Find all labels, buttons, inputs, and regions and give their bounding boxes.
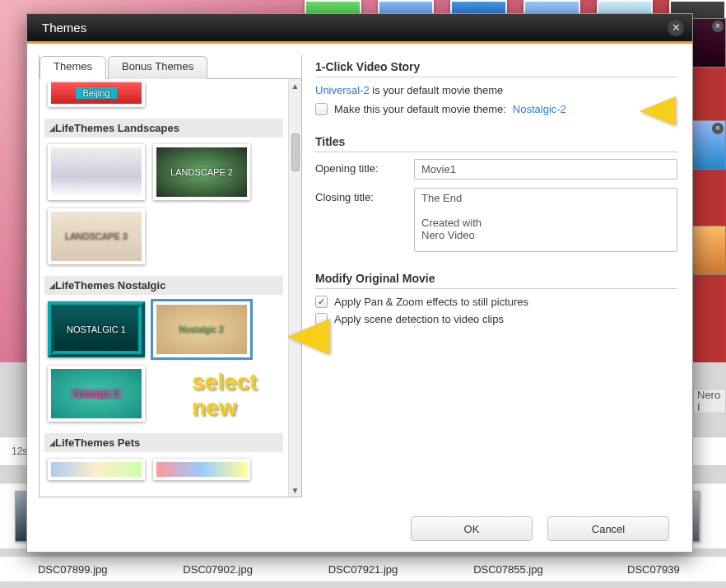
scroll-down-icon[interactable]: ▼: [289, 483, 301, 497]
make-default-checkbox[interactable]: [315, 103, 328, 115]
bg-filename: DSC07921.jpg: [291, 563, 435, 576]
theme-settings: 1-Click Video Story Universal-2 is your …: [315, 55, 677, 497]
close-icon[interactable]: ×: [712, 21, 724, 32]
bg-filename: DSC07899.jpg: [0, 563, 145, 576]
theme-thumb-nostalgic-1[interactable]: NOSTALGIC 1: [48, 301, 145, 357]
themes-panel: Themes Bonus Themes Beijing LifeThemes L…: [39, 55, 302, 497]
make-default-theme-link[interactable]: Nostalgic-2: [513, 103, 566, 115]
default-theme-link[interactable]: Universal-2: [315, 84, 370, 96]
scene-detection-label: Apply scene detection to video clips: [334, 313, 504, 325]
cancel-button[interactable]: Cancel: [547, 516, 669, 541]
panzoom-label: Apply Pan & Zoom effects to still pictur…: [334, 296, 528, 308]
panzoom-checkbox[interactable]: ✓: [315, 296, 328, 308]
category-pets[interactable]: LifeThemes Pets: [44, 433, 283, 452]
section-modify: Modify Original Movie: [315, 272, 677, 289]
closing-title-input[interactable]: The End Created with Nero Video: [414, 188, 677, 252]
theme-thumb-pets-1[interactable]: [48, 459, 145, 480]
bg-side-thumb[interactable]: m: [691, 226, 726, 275]
make-default-label: Make this your default movie theme:: [334, 103, 506, 115]
bg-side-thumb[interactable]: × 5.j...: [691, 18, 726, 68]
section-1click: 1-Click Video Story: [315, 60, 677, 77]
close-icon[interactable]: ×: [712, 123, 724, 134]
dialog-titlebar: Themes ✕: [27, 14, 692, 44]
theme-thumb-label: NOSTALGIC 1: [67, 324, 126, 334]
bg-filename: DSC07902.jpg: [145, 563, 290, 576]
theme-thumb-label: LANDSCAPE 2: [170, 167, 233, 177]
close-button[interactable]: ✕: [668, 20, 684, 36]
tab-themes[interactable]: Themes: [40, 56, 106, 79]
bg-side-thumb[interactable]: × 2.j...: [691, 120, 726, 170]
theme-thumb-beijing[interactable]: Beijing: [48, 82, 145, 107]
category-landscapes[interactable]: LifeThemes Landscapes: [44, 119, 283, 138]
timeline-marker: 12s: [12, 446, 27, 457]
closing-title-label: Closing title:: [315, 188, 414, 203]
opening-title-input[interactable]: Movie1: [414, 159, 677, 180]
theme-thumb-landscape-3[interactable]: LANDSCAPE 3: [48, 208, 145, 264]
theme-thumb-pets-2[interactable]: [153, 459, 250, 480]
bg-filename: DSC07939: [581, 563, 726, 576]
section-titles: Titles: [315, 135, 677, 152]
theme-thumb-label: LANDSCAPE 3: [65, 231, 128, 241]
annotation-select-new: select new: [192, 370, 257, 421]
default-theme-suffix: is your default movie theme: [370, 84, 504, 96]
nero-label: Nero I: [693, 389, 726, 413]
category-nostalgic[interactable]: LifeThemes Nostalgic: [44, 276, 283, 295]
themes-scrollbar[interactable]: ▲ ⋮ ▼: [288, 79, 301, 497]
ok-button[interactable]: OK: [411, 516, 533, 541]
theme-thumb-nostalgic-2[interactable]: Nostalgic 2: [153, 301, 250, 357]
theme-thumb-nostalgic-3[interactable]: Nostalgic 3: [48, 366, 145, 422]
dialog-buttons: OK Cancel: [27, 506, 692, 552]
dialog-title: Themes: [42, 21, 86, 35]
theme-thumb-label: Beijing: [76, 87, 116, 99]
scroll-thumb[interactable]: ⋮: [291, 133, 300, 171]
theme-thumb-landscape-2[interactable]: LANDSCAPE 2: [153, 144, 250, 200]
annotation-arrow-icon: [287, 319, 330, 355]
theme-thumb-label: Nostalgic 3: [69, 388, 123, 399]
annotation-arrow-icon: [640, 96, 676, 126]
theme-thumb-label: Nostalgic 2: [179, 324, 224, 334]
themes-dialog: Themes ✕ Themes Bonus Themes Beijing Lif…: [26, 13, 693, 553]
default-theme-hint: Universal-2 is your default movie theme: [315, 84, 677, 96]
opening-title-label: Opening title:: [315, 159, 414, 175]
bg-filename: DSC07855.jpg: [435, 563, 580, 576]
bg-filenames: DSC07899.jpg DSC07902.jpg DSC07921.jpg D…: [0, 557, 726, 581]
tab-bonus-themes[interactable]: Bonus Themes: [108, 56, 207, 79]
theme-thumb-landscape-1[interactable]: [48, 144, 145, 200]
scroll-up-icon[interactable]: ▲: [289, 79, 301, 92]
